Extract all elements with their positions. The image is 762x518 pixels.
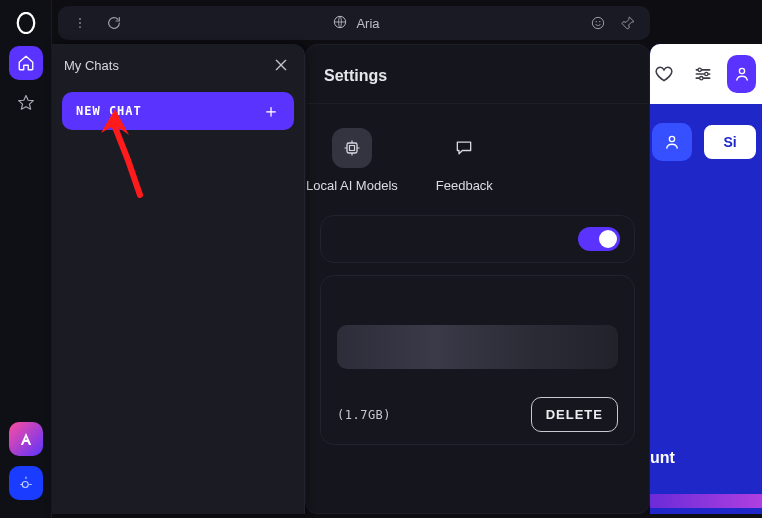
new-chat-button[interactable]: NEW CHAT ＋: [62, 92, 294, 130]
bookmark-button[interactable]: [9, 86, 43, 120]
chat-bubble-icon: [444, 128, 484, 168]
gradient-strip: [650, 494, 762, 508]
tab-label: Feedback: [436, 178, 493, 193]
reload-icon[interactable]: [102, 11, 126, 35]
tab-feedback[interactable]: Feedback: [436, 128, 493, 193]
delete-button[interactable]: DELETE: [531, 397, 618, 432]
svg-point-8: [698, 68, 701, 71]
user-chip-icon[interactable]: [652, 123, 692, 161]
smile-icon[interactable]: [586, 11, 610, 35]
svg-point-9: [705, 72, 708, 75]
toggle-knob: [599, 230, 617, 248]
chip-icon: [332, 128, 372, 168]
new-chat-label: NEW CHAT: [76, 104, 142, 118]
svg-point-3: [79, 26, 81, 28]
progress-placeholder: [337, 325, 618, 369]
svg-point-5: [592, 17, 603, 28]
address-text: Aria: [356, 16, 379, 31]
opera-logo: [9, 6, 43, 40]
address-bar: Aria: [58, 6, 650, 40]
plus-icon: ＋: [262, 99, 280, 123]
svg-point-12: [669, 136, 674, 141]
signin-fragment-button[interactable]: Si: [702, 123, 758, 161]
home-button[interactable]: [9, 46, 43, 80]
svg-point-10: [700, 77, 703, 80]
my-chats-panel: My Chats NEW CHAT ＋: [52, 44, 305, 514]
svg-point-7: [599, 21, 600, 22]
globe-icon: [332, 14, 348, 33]
tab-local-models[interactable]: Local AI Models: [306, 128, 398, 193]
filters-icon[interactable]: [689, 55, 718, 93]
aria-app-icon[interactable]: [9, 422, 43, 456]
background-page: Si unt: [650, 44, 762, 514]
settings-panel: Settings Local AI Models Feedback: [305, 44, 650, 514]
menu-dots-icon[interactable]: [68, 11, 92, 35]
heart-icon[interactable]: [650, 55, 679, 93]
svg-rect-13: [347, 143, 357, 153]
svg-point-2: [79, 22, 81, 24]
feature-toggle[interactable]: [578, 227, 620, 251]
settings-title: Settings: [306, 45, 649, 104]
player-app-icon[interactable]: [9, 466, 43, 500]
svg-point-0: [17, 13, 34, 33]
model-section: (1.7GB) DELETE: [320, 275, 635, 445]
svg-point-6: [596, 21, 597, 22]
text-fragment: unt: [650, 449, 762, 467]
svg-point-1: [79, 18, 81, 20]
model-size-text: (1.7GB): [337, 408, 391, 422]
my-chats-title: My Chats: [64, 58, 119, 73]
toggle-section: [320, 215, 635, 263]
svg-point-11: [739, 68, 744, 73]
close-icon[interactable]: [270, 54, 292, 76]
pin-icon[interactable]: [616, 11, 640, 35]
tab-label: Local AI Models: [306, 178, 398, 193]
address-title[interactable]: Aria: [136, 14, 576, 33]
user-pill-icon[interactable]: [727, 55, 756, 93]
